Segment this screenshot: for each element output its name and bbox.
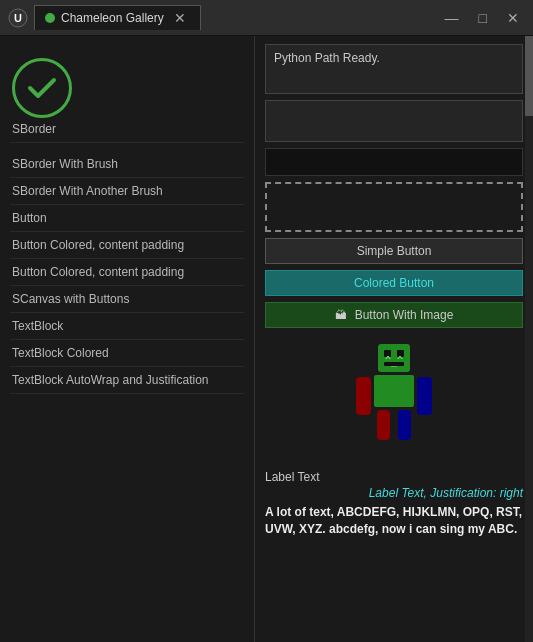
- body-text: A lot of text, ABCDEFG, HIJKLMN, OPQ, RS…: [265, 504, 523, 538]
- text-section: Label Text Label Text, Justification: ri…: [265, 470, 523, 538]
- sborder-another-brush-item: SBorder With Another Brush: [10, 178, 244, 205]
- label-text-italic: Label Text, Justification: right: [369, 486, 523, 500]
- button-colored-1-label: Button Colored, content padding: [12, 238, 184, 252]
- image-button-label: Button With Image: [355, 308, 454, 322]
- sborder-item: SBorder: [10, 52, 244, 143]
- sborder-brush-label: SBorder With Brush: [12, 157, 118, 171]
- scrollbar-thumb[interactable]: [525, 36, 533, 116]
- dashed-border-box: [265, 182, 523, 232]
- svg-text:U: U: [14, 12, 22, 24]
- scanvas-buttons-item: SCanvas with Buttons: [10, 286, 244, 313]
- label-text-colored: Label Text, Justification: right: [265, 486, 523, 500]
- sborder-another-brush-label: SBorder With Another Brush: [12, 184, 163, 198]
- minimize-button[interactable]: —: [439, 8, 465, 28]
- textblock-autowrap-label: TextBlock AutoWrap and Justification: [12, 373, 209, 387]
- scanvas-buttons-label: SCanvas with Buttons: [12, 292, 129, 306]
- checkmark-circle: [12, 58, 72, 118]
- tab-close-button[interactable]: ✕: [170, 10, 190, 26]
- textblock-autowrap-item: TextBlock AutoWrap and Justification: [10, 367, 244, 394]
- tab-title: Chameleon Gallery: [61, 11, 164, 25]
- gallery-tab[interactable]: Chameleon Gallery ✕: [34, 5, 201, 30]
- robot-right-leg: [398, 410, 411, 440]
- svg-text:^_^: ^_^: [385, 355, 403, 367]
- empty-box: [265, 100, 523, 142]
- canvas-area: ^_^: [265, 334, 523, 460]
- sborder-brush-item: SBorder With Brush: [10, 151, 244, 178]
- button-item: Button: [10, 205, 244, 232]
- robot-figure: ^_^: [344, 342, 444, 452]
- left-panel: SBorder SBorder With Brush SBorder With …: [0, 36, 255, 642]
- maximize-button[interactable]: □: [473, 8, 493, 28]
- output-text-box: Python Path Ready.: [265, 44, 523, 94]
- window-controls: — □ ✕: [439, 8, 525, 28]
- dark-input-box[interactable]: [265, 148, 523, 176]
- textblock-colored-label: TextBlock Colored: [12, 346, 109, 360]
- sborder-label: SBorder: [12, 122, 56, 136]
- robot-right-arm: [417, 377, 432, 415]
- output-text: Python Path Ready.: [274, 51, 380, 65]
- scrollbar-track[interactable]: [525, 36, 533, 642]
- unreal-icon: U: [8, 8, 28, 28]
- simple-button[interactable]: Simple Button: [265, 238, 523, 264]
- textblock-label: TextBlock: [12, 319, 63, 333]
- right-panel: Python Path Ready. Simple Button Colored…: [255, 36, 533, 642]
- button-colored-1-item: Button Colored, content padding: [10, 232, 244, 259]
- button-label: Button: [12, 211, 47, 225]
- button-colored-2-item: Button Colored, content padding: [10, 259, 244, 286]
- image-button-icon: 🏔: [335, 308, 347, 322]
- robot-body: [374, 375, 414, 407]
- colored-button[interactable]: Colored Button: [265, 270, 523, 296]
- titlebar: U Chameleon Gallery ✕ — □ ✕: [0, 0, 533, 36]
- button-colored-2-label: Button Colored, content padding: [12, 265, 184, 279]
- main-content: SBorder SBorder With Brush SBorder With …: [0, 36, 533, 642]
- textblock-item: TextBlock: [10, 313, 244, 340]
- textblock-colored-item: TextBlock Colored: [10, 340, 244, 367]
- tab-dot: [45, 13, 55, 23]
- label-text-plain: Label Text: [265, 470, 523, 484]
- window-close-button[interactable]: ✕: [501, 8, 525, 28]
- robot-left-leg: [377, 410, 390, 440]
- robot-left-arm: [356, 377, 371, 415]
- check-icon: [24, 70, 60, 106]
- image-button[interactable]: 🏔 Button With Image: [265, 302, 523, 328]
